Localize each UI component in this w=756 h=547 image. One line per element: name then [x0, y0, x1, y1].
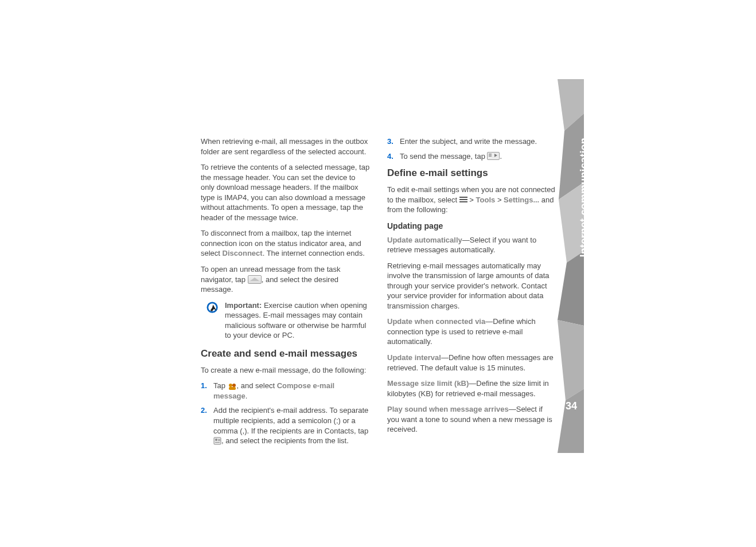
option-row: Update automatically—Select if you want … [387, 235, 556, 255]
heading-updating-page: Updating page [387, 221, 556, 232]
right-column: 3. Enter the subject, and write the mess… [387, 136, 556, 452]
svg-marker-13 [558, 320, 584, 400]
important-text: Important: Exercise caution when opening… [225, 300, 370, 341]
contacts-card-icon [213, 437, 221, 445]
paragraph: When retrieving e-mail, all messages in … [201, 136, 370, 157]
steps-list-cont: 3. Enter the subject, and write the mess… [387, 136, 556, 161]
steps-list: 1. Tap , and select Compose e-mail messa… [201, 381, 370, 446]
text: , and select [237, 381, 277, 390]
svg-rect-7 [218, 440, 220, 441]
list-item: 3. Enter the subject, and write the mess… [387, 136, 556, 147]
option-label: Message size limit (kB) [387, 379, 469, 388]
step-number: 2. [201, 405, 207, 416]
option-label: Update interval [387, 353, 441, 362]
step-number: 1. [201, 381, 207, 391]
svg-rect-6 [218, 439, 220, 440]
page: When retrieving e-mail, all messages in … [0, 0, 756, 547]
paragraph: To open an unread message from the task … [201, 264, 370, 295]
option-row: Message size limit (kB)—Define the size … [387, 378, 556, 398]
svg-point-1 [229, 384, 232, 387]
paragraph: To disconnect from a mailbox, tap the in… [201, 228, 370, 259]
list-item: 4. To send the message, tap . [387, 151, 556, 162]
send-icon [487, 152, 500, 160]
contacts-app-icon [228, 382, 237, 389]
important-label: Important: [225, 301, 262, 310]
content-columns: When retrieving e-mail, all messages in … [201, 136, 556, 452]
menu-label-disconnect: Disconnect [223, 249, 263, 257]
page-number: 34 [566, 400, 577, 412]
text: . [500, 152, 502, 161]
menu-label-tools: Tools [476, 196, 496, 204]
envelope-dropdown-icon [248, 275, 262, 284]
svg-rect-8 [215, 442, 220, 443]
option-row: Update interval—Define how often message… [387, 353, 556, 373]
text: Add the recipient's e-mail address. To s… [213, 406, 368, 435]
svg-marker-14 [558, 389, 584, 453]
paragraph: Retrieving e-mail messages automatically… [387, 261, 556, 311]
option-row: Update when connected via—Define which c… [387, 317, 556, 347]
text: Enter the subject, and write the message… [400, 137, 537, 146]
svg-rect-3 [229, 387, 236, 390]
step-number: 4. [387, 151, 393, 162]
important-icon [206, 300, 219, 341]
text: , and select the recipients from the lis… [221, 436, 349, 445]
heading-create-send: Create and send e-mail messages [201, 347, 370, 361]
menu-icon [459, 197, 467, 202]
text: . [245, 392, 248, 400]
option-label: Play sound when message arrives [387, 405, 509, 413]
list-item: 1. Tap , and select Compose e-mail messa… [201, 381, 370, 401]
text: Tap [213, 381, 228, 390]
paragraph: To retrieve the contents of a selected m… [201, 162, 370, 222]
option-label: Update when connected via [387, 317, 485, 326]
text: To send the message, tap [400, 152, 487, 161]
heading-define-settings: Define e-mail settings [387, 167, 556, 180]
menu-label-settings: Settings... [504, 196, 539, 204]
svg-marker-12 [558, 251, 584, 326]
left-column: When retrieving e-mail, all messages in … [201, 136, 370, 452]
paragraph: To create a new e-mail message, do the f… [201, 365, 370, 376]
step-number: 3. [387, 136, 393, 147]
list-item: 2. Add the recipient's e-mail address. T… [201, 405, 370, 446]
important-note: Important: Exercise caution when opening… [201, 300, 370, 341]
text: . The internet connection ends. [263, 249, 365, 257]
option-row: Play sound when message arrives—Select i… [387, 404, 556, 435]
svg-point-5 [215, 439, 217, 441]
section-title-vertical: Internet communication [578, 138, 590, 257]
paragraph: To edit e-mail settings when you are not… [387, 185, 556, 215]
side-graphic [558, 79, 584, 453]
svg-point-2 [232, 384, 236, 387]
option-label: Update automatically [387, 236, 462, 244]
